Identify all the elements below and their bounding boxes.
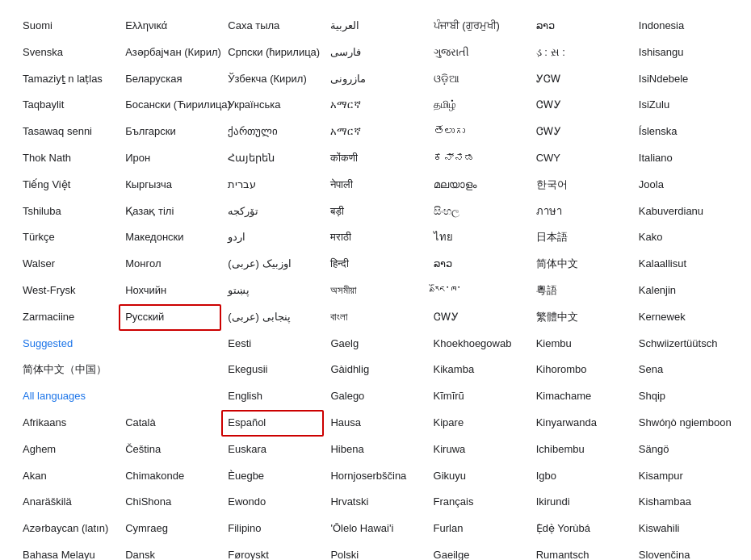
language-item[interactable]: Slovenčina: [632, 542, 735, 560]
language-item[interactable]: Ekegusii: [221, 357, 324, 383]
language-item[interactable]: Akan: [16, 463, 119, 490]
language-item[interactable]: Македонски: [119, 224, 221, 251]
language-item[interactable]: Tshiluba: [16, 199, 119, 225]
language-item[interactable]: Bahasa Melayu: [16, 542, 119, 560]
language-item[interactable]: עברית: [221, 172, 324, 199]
language-item[interactable]: Ichibembu: [530, 437, 632, 463]
language-item[interactable]: ລາວ: [427, 251, 530, 278]
language-item[interactable]: Кыргызча: [119, 172, 221, 199]
language-item[interactable]: تۆرکجه: [221, 199, 324, 225]
language-item[interactable]: ಕನ್ನಡ: [427, 145, 530, 172]
language-item[interactable]: Joola: [632, 172, 735, 199]
language-item[interactable]: Српски (ћирилица): [221, 40, 324, 66]
language-item[interactable]: Sena: [632, 357, 735, 383]
language-item[interactable]: 简体中文: [530, 251, 632, 278]
language-item[interactable]: ქართული: [221, 119, 324, 145]
language-item[interactable]: Kinyarwanda: [530, 410, 632, 437]
language-item[interactable]: Ikirundi: [530, 489, 632, 516]
language-item[interactable]: Kikamba: [427, 357, 530, 383]
language-item[interactable]: Català: [119, 410, 221, 437]
language-item[interactable]: Hibena: [324, 437, 426, 463]
language-item[interactable]: ᏣᎳᎩ: [530, 92, 632, 119]
language-item[interactable]: 简体中文（中国）: [16, 357, 119, 383]
language-item[interactable]: Igbo: [530, 463, 632, 490]
language-item[interactable]: Tamaziyṯ n laṭlas: [16, 66, 119, 93]
language-item[interactable]: Thok Nath: [16, 145, 119, 172]
language-item[interactable]: Саха тыла: [221, 13, 324, 40]
language-item[interactable]: Kiswahili: [632, 516, 735, 542]
language-item[interactable]: Қазақ тілі: [119, 199, 221, 225]
language-item[interactable]: Shqip: [632, 383, 735, 410]
language-item[interactable]: 粵語: [530, 278, 632, 304]
language-item[interactable]: IsiZulu: [632, 92, 735, 119]
language-item[interactable]: बड़ी: [324, 199, 426, 225]
language-item[interactable]: Galego: [324, 383, 426, 410]
language-item[interactable]: বাংলা: [324, 304, 426, 331]
language-item[interactable]: Gikuyu: [427, 463, 530, 490]
language-item[interactable]: Íslenska: [632, 119, 735, 145]
language-item[interactable]: Ishisangu: [632, 40, 735, 66]
language-item[interactable]: Հայերեն: [221, 145, 324, 172]
language-item[interactable]: Монгол: [119, 251, 221, 278]
language-item[interactable]: አማርኛ: [324, 92, 426, 119]
language-item[interactable]: پنجابی (عربی): [221, 304, 324, 331]
language-item[interactable]: Polski: [324, 542, 426, 560]
language-item[interactable]: Українська: [221, 92, 324, 119]
language-item[interactable]: Kabuverdianu: [632, 199, 735, 225]
language-item[interactable]: Euskara: [221, 437, 324, 463]
language-item[interactable]: Svenska: [16, 40, 119, 66]
language-item[interactable]: ਪੰਜਾਬੀ (ਗੁਰਮੁਖੀ): [427, 13, 530, 40]
language-item[interactable]: অসমীয়া: [324, 278, 426, 304]
language-item[interactable]: 繁體中文: [530, 304, 632, 331]
language-item[interactable]: Ирон: [119, 145, 221, 172]
language-item[interactable]: Chimakonde: [119, 463, 221, 490]
language-item[interactable]: ᏣᎳᎩ: [530, 119, 632, 145]
language-item[interactable]: Furlan: [427, 516, 530, 542]
suggested-label[interactable]: Suggested: [16, 331, 119, 357]
language-item[interactable]: ᎩᏣᎳ: [530, 66, 632, 93]
language-item[interactable]: Èuegbe: [221, 463, 324, 490]
language-item[interactable]: Khoekhoegowab: [427, 331, 530, 357]
language-item[interactable]: Cymraeg: [119, 516, 221, 542]
language-item[interactable]: Føroyskt: [221, 542, 324, 560]
language-item[interactable]: Kernewek: [632, 304, 735, 331]
language-item[interactable]: Azərbaycan (latın): [16, 516, 119, 542]
language-item[interactable]: Hausa: [324, 410, 426, 437]
language-item[interactable]: Filipino: [221, 516, 324, 542]
language-item[interactable]: ଓଡ଼ିଆ: [427, 66, 530, 93]
language-item[interactable]: Kalaallisut: [632, 251, 735, 278]
language-item[interactable]: Ẹ̀dẹ̀ Yorùbá: [530, 516, 632, 542]
language-item[interactable]: Français: [427, 489, 530, 516]
language-item[interactable]: Kĩmĩrũ: [427, 383, 530, 410]
language-item[interactable]: Kisampur: [632, 463, 735, 490]
language-item[interactable]: Türkçe: [16, 224, 119, 251]
language-item[interactable]: West-Frysk: [16, 278, 119, 304]
language-item[interactable]: Tasawaq senni: [16, 119, 119, 145]
language-item[interactable]: Anaräškilä: [16, 489, 119, 516]
language-item[interactable]: Kihorombo: [530, 357, 632, 383]
language-item[interactable]: Kishambaa: [632, 489, 735, 516]
language-item[interactable]: اردو: [221, 224, 324, 251]
language-item[interactable]: Italiano: [632, 145, 735, 172]
language-item[interactable]: Азәрбајҹан (Кирил): [119, 40, 221, 66]
language-item[interactable]: Eesti: [221, 331, 324, 357]
language-item[interactable]: ગુજરાતી: [427, 40, 530, 66]
language-item[interactable]: Walser: [16, 251, 119, 278]
language-item[interactable]: Hrvatski: [324, 489, 426, 516]
language-item[interactable]: Kako: [632, 224, 735, 251]
language-item[interactable]: English: [221, 383, 324, 410]
language-item[interactable]: Dansk: [119, 542, 221, 560]
language-item[interactable]: Босански (Ћирилица): [119, 92, 221, 119]
language-item[interactable]: ລາວ: [530, 13, 632, 40]
language-item[interactable]: Aghem: [16, 437, 119, 463]
language-item[interactable]: Kalenjin: [632, 278, 735, 304]
language-item[interactable]: தமிழ்: [427, 92, 530, 119]
language-item[interactable]: Suomi: [16, 13, 119, 40]
language-item[interactable]: Sängö: [632, 437, 735, 463]
language-item[interactable]: CWY: [530, 145, 632, 172]
language-item[interactable]: اوزبیک (عربی): [221, 251, 324, 278]
language-item[interactable]: नेपाली: [324, 172, 426, 199]
language-item[interactable]: Schwiizertüütsch: [632, 331, 735, 357]
language-item[interactable]: 日本語: [530, 224, 632, 251]
language-item[interactable]: Нохчийн: [119, 278, 221, 304]
